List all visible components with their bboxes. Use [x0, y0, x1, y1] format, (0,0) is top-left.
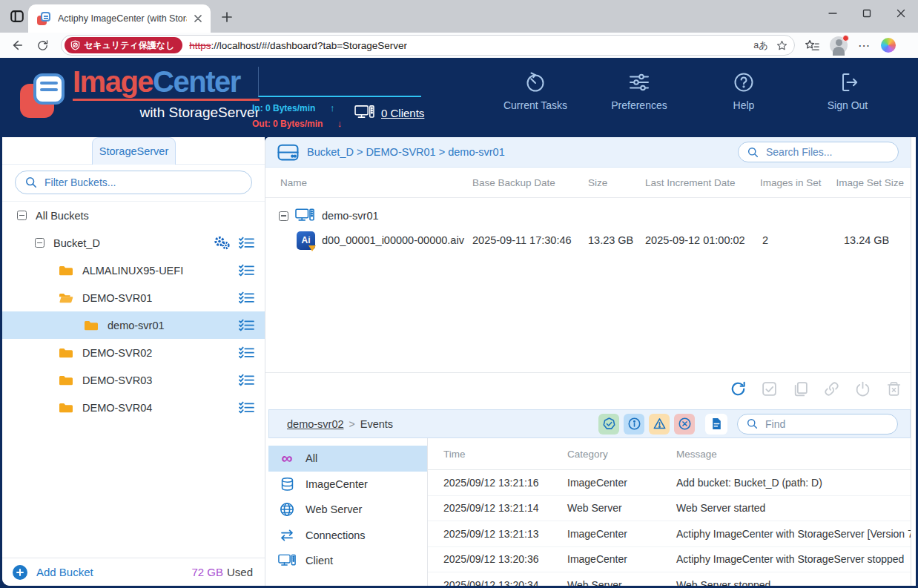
back-button[interactable] [6, 35, 28, 56]
folder-icon [59, 347, 73, 359]
breadcrumb-bar: Bucket_D > DEMO-SVR01 > demo-svr01 [265, 137, 911, 168]
search-files-input[interactable] [765, 145, 889, 159]
window-close-button[interactable] [884, 0, 918, 27]
events-server-link[interactable]: demo-svr02 [287, 418, 344, 430]
collapse-icon[interactable] [17, 211, 27, 220]
tab-actions-icon[interactable] [8, 7, 26, 25]
nav-current-tasks[interactable]: Current Tasks [489, 70, 581, 111]
filter-info-button[interactable] [624, 414, 644, 435]
search-files-field[interactable] [738, 142, 899, 162]
filter-success-button[interactable] [598, 414, 619, 435]
find-events-field[interactable] [737, 414, 898, 435]
category-web-server[interactable]: Web Server [268, 497, 427, 523]
events-table: Time Category Message 2025/09/12 13:21:1… [428, 438, 911, 586]
collapse-icon[interactable] [35, 238, 44, 248]
file-name: d00_00001_i00000-00000.aiv [322, 234, 464, 246]
filter-buckets-field[interactable] [15, 171, 252, 194]
severity-filter-group [598, 414, 695, 435]
category-client[interactable]: Client [268, 548, 427, 574]
tab-close-icon[interactable] [191, 12, 205, 25]
category-all[interactable]: ∞ All [268, 446, 427, 472]
collapse-icon[interactable] [279, 211, 288, 221]
warning-icon [653, 417, 666, 430]
image-list-icon[interactable] [239, 374, 254, 386]
select-mode-icon[interactable] [761, 380, 778, 397]
bucket-settings-icon[interactable] [213, 236, 231, 250]
document-icon [711, 417, 722, 430]
refresh-button[interactable] [31, 35, 53, 56]
browser-tab[interactable]: Actiphy ImageCenter (with Storag [28, 4, 211, 33]
column-last-increment-date[interactable]: Last Increment Date [645, 177, 736, 188]
imagecenter-logo-icon[interactable] [20, 72, 67, 119]
column-message[interactable]: Message [676, 449, 717, 460]
filter-error-button[interactable] [674, 414, 695, 435]
image-list-icon[interactable] [239, 319, 254, 331]
window-maximize-button[interactable] [850, 0, 884, 27]
tree-item-demo-svr03[interactable]: DEMO-SVR03 [2, 366, 265, 394]
favorite-star-icon[interactable] [776, 39, 788, 52]
tree-item-demo-svr04[interactable]: DEMO-SVR04 [2, 394, 265, 421]
tree-item-demo-svr01-folder[interactable]: DEMO-SVR01 [2, 284, 265, 311]
category-imagecenter[interactable]: ImageCenter [268, 472, 427, 498]
tree-item-demo-svr01[interactable]: demo-svr01 [2, 311, 265, 339]
column-name[interactable]: Name [280, 177, 307, 188]
nav-help[interactable]: Help [698, 70, 790, 111]
image-list-icon[interactable] [239, 291, 254, 304]
tab-storageserver[interactable]: StorageServer [92, 137, 176, 165]
browser-menu-icon[interactable]: ⋯ [858, 39, 871, 53]
column-category[interactable]: Category [567, 449, 608, 460]
image-list-icon[interactable] [239, 264, 254, 277]
copilot-icon[interactable] [881, 38, 896, 53]
event-row[interactable]: 2025/09/12 13:21:16 ImageCenter Add buck… [428, 470, 911, 496]
nav-sign-out[interactable]: Sign Out [802, 70, 894, 111]
column-time[interactable]: Time [443, 449, 466, 460]
event-row[interactable]: 2025/09/12 13:21:14 Web Server Web Serve… [428, 496, 911, 522]
file-group-row[interactable]: demo-svr01 [265, 205, 911, 227]
filter-buckets-input[interactable] [43, 176, 242, 189]
column-base-backup-date[interactable]: Base Backup Date [472, 177, 555, 188]
current-tasks-icon [489, 70, 581, 94]
scrollbar-gutter[interactable] [911, 137, 916, 586]
column-image-set-size[interactable]: Image Set Size [836, 177, 904, 188]
info-icon [628, 417, 641, 430]
refresh-files-icon[interactable] [730, 380, 747, 397]
folder-open-icon [59, 292, 73, 304]
tree-item-demo-svr02[interactable]: DEMO-SVR02 [2, 339, 265, 366]
aiv-file-icon: Ai [297, 231, 315, 250]
profile-avatar[interactable] [830, 36, 848, 54]
event-row[interactable]: 2025/09/12 13:20:34 Web Server Web Serve… [428, 572, 911, 586]
tree-item-all-buckets[interactable]: All Buckets [2, 202, 265, 229]
image-list-icon[interactable] [239, 346, 254, 359]
event-row[interactable]: 2025/09/12 13:21:13 ImageCenter Actiphy … [428, 521, 911, 547]
event-row[interactable]: 2025/09/12 13:20:36 ImageCenter Actiphy … [428, 547, 911, 573]
new-tab-button[interactable] [219, 10, 234, 24]
image-list-icon[interactable] [239, 401, 254, 414]
nav-preferences[interactable]: Preferences [593, 70, 685, 111]
category-connections[interactable]: Connections [268, 523, 427, 549]
files-table-header: Name Base Backup Date Size Last Incremen… [265, 168, 911, 198]
add-bucket-icon[interactable] [13, 565, 27, 580]
image-list-icon[interactable] [239, 237, 254, 249]
window-minimize-button[interactable] [816, 0, 850, 27]
file-row[interactable]: Ai d00_00001_i00000-00000.aiv 2025-09-11… [265, 227, 911, 254]
translate-button[interactable]: aあ [753, 39, 768, 52]
favorites-list-icon[interactable] [804, 39, 819, 53]
column-images-in-set[interactable]: Images in Set [760, 177, 822, 188]
power-icon[interactable] [854, 380, 871, 397]
copy-icon[interactable] [792, 380, 809, 397]
security-badge[interactable]: セキュリティ保護なし [65, 37, 182, 53]
link-icon[interactable] [823, 380, 840, 397]
tree-item-almalinux95-uefi[interactable]: ALMALINUX95-UEFI [2, 257, 265, 284]
clients-link[interactable]: 0 Clients [354, 105, 424, 121]
folder-icon [59, 402, 73, 414]
tree-item-bucket-d[interactable]: Bucket_D [2, 229, 265, 257]
breadcrumb[interactable]: Bucket_D > DEMO-SVR01 > demo-svr01 [307, 146, 505, 158]
find-events-input[interactable] [764, 417, 888, 431]
column-size[interactable]: Size [588, 177, 607, 188]
address-bar[interactable]: セキュリティ保護なし https://localhost/#/dashboard… [61, 35, 795, 56]
brand-image-text: Image [73, 65, 153, 98]
filter-warning-button[interactable] [649, 414, 670, 435]
add-bucket-button[interactable]: Add Bucket [36, 566, 93, 578]
delete-icon[interactable] [885, 380, 902, 397]
event-log-button[interactable] [705, 414, 727, 435]
